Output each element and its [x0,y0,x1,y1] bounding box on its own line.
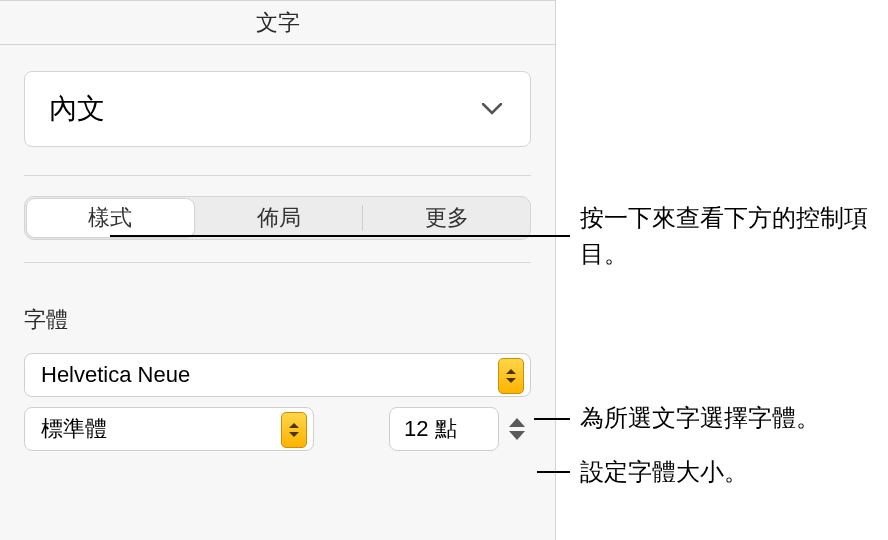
font-size-field[interactable]: 12 點 [389,407,499,451]
stepper-down-icon[interactable] [509,431,525,440]
tab-style-label: 樣式 [88,203,132,233]
paragraph-style-value: 內文 [49,90,105,128]
tab-more[interactable]: 更多 [363,197,530,239]
chevron-down-icon [482,103,502,115]
callout-font-family: 為所選文字選擇字體。 [580,400,880,436]
font-size-value: 12 點 [404,414,457,444]
tab-segmented-control: 樣式 佈局 更多 [24,196,531,240]
font-size-stepper[interactable] [503,407,531,451]
format-panel: 文字 內文 樣式 佈局 更多 字體 Helvetica Neue [0,0,556,540]
font-family-value: Helvetica Neue [41,362,190,388]
tab-more-label: 更多 [425,203,469,233]
tab-style[interactable]: 樣式 [27,199,194,237]
callout-line [537,471,570,473]
dropdown-stepper-icon [498,358,524,394]
font-size-group: 12 點 [328,407,531,451]
callout-tabs: 按一下來查看下方的控制項目。 [580,200,870,272]
tab-layout[interactable]: 佈局 [196,197,363,239]
font-section-label: 字體 [24,305,531,335]
divider [24,175,531,176]
tab-layout-label: 佈局 [257,203,301,233]
callout-line [110,235,570,237]
panel-title: 文字 [0,1,555,45]
font-variant-dropdown[interactable]: 標準體 [24,407,314,451]
callout-line [534,418,570,420]
stepper-up-icon[interactable] [509,418,525,427]
font-variant-value: 標準體 [41,414,107,444]
paragraph-style-dropdown[interactable]: 內文 [24,71,531,147]
font-family-dropdown[interactable]: Helvetica Neue [24,353,531,397]
dropdown-stepper-icon [281,412,307,448]
callout-font-size: 設定字體大小。 [580,454,880,490]
divider [24,262,531,263]
